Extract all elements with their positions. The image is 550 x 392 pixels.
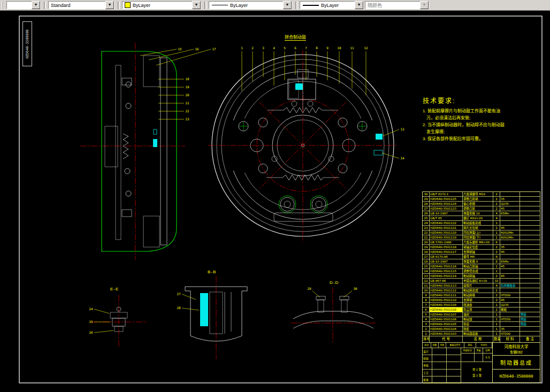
- text-style-combo[interactable]: Standard ▼: [48, 1, 114, 9]
- bom-cell-no: 17: [423, 255, 430, 259]
- bom-cell-no: 7: [423, 303, 430, 308]
- bom-cell-mat: 45: [500, 206, 520, 211]
- drawing-number-vertical-label: HZD640-3500000: [22, 21, 32, 66]
- bom-cell-name: 油封: [463, 312, 493, 317]
- bom-cell-qty: 2: [493, 274, 500, 279]
- title-block-right: 河南科技大学 车辆062 制动器总成 HZD640-3500000: [493, 343, 540, 382]
- chevron-down-icon[interactable]: ▼: [283, 1, 292, 9]
- section-label-dd: D-D: [330, 280, 339, 285]
- svg-text:4: 4: [273, 46, 275, 50]
- bom-row: 11HZD640-3501113摩擦片4石棉橡胶基: [423, 283, 540, 288]
- bom-cell-code: HZD640-3501121: [430, 226, 463, 230]
- bom-cell-remark: [520, 216, 540, 221]
- bom-cell-mat: [500, 255, 520, 259]
- toolbar-grip[interactable]: [2, 2, 5, 9]
- strip-cell: 标记: [423, 343, 431, 348]
- bom-cell-code: GB/T 6172.1: [430, 192, 463, 197]
- bom-cell-remark: [520, 206, 540, 211]
- bom-cell-name: 轮毂: [463, 322, 493, 327]
- bom-row: 12GB 867-86半圆头铆钉 8×1832: [423, 279, 540, 283]
- bom-cell-mat: [500, 312, 520, 317]
- bom-cell-qty: 1: [493, 312, 500, 317]
- bom-cell-name: 偏心垫圈: [463, 202, 493, 206]
- dim-style-combo[interactable]: ▼: [6, 1, 41, 9]
- stage-label: 阶段标记: [461, 348, 475, 353]
- bom-row: 28HZD640-3501124偏心垫圈2Q235: [423, 202, 540, 206]
- center-callouts: 1 2 3 4 5 6 7 8 9 10 11 12 13 14: [241, 46, 404, 160]
- linetype-control-combo[interactable]: ByLayer ▼: [209, 1, 292, 9]
- bom-cell-remark: [520, 240, 540, 245]
- brake-drum-front-view: [208, 50, 398, 242]
- chevron-down-icon[interactable]: ▼: [32, 1, 40, 9]
- bom-cell-name: 回位弹簧(上): [463, 230, 493, 235]
- bom-cell-code: HZD640-3501110: [430, 298, 463, 303]
- bom-cell-code: GB 5781-1986: [430, 240, 463, 245]
- bom-cell-qty: 2: [493, 206, 500, 211]
- sign-cell: [432, 362, 447, 369]
- bom-cell-qty: 4: [493, 216, 500, 221]
- bom-cell-mat: [500, 216, 520, 221]
- bom-row: 2HZD640-3501104隔套135: [423, 327, 540, 332]
- chevron-down-icon[interactable]: ▼: [192, 1, 201, 9]
- bom-cell-remark: 预装: [520, 317, 540, 322]
- sign-cell: [447, 355, 461, 362]
- bom-row: 25GB/T 65螺钉 M10×204: [423, 216, 540, 221]
- bom-cell-remark: [520, 303, 540, 308]
- bom-cell-remark: [520, 202, 540, 206]
- bom-row: 16GB 93-1987弹簧垫圈 8865Mn: [423, 259, 540, 264]
- bom-row: 20GB 5781-1986六角头螺栓 M8×208: [423, 240, 540, 245]
- bom-cell-name: 调整凸轮销: [463, 197, 493, 202]
- sign-label: 批准: [423, 376, 432, 383]
- chevron-down-icon: ▼: [420, 1, 429, 9]
- organization-name: 河南科技大学: [505, 343, 529, 349]
- bom-cell-code: HZD640-3501120: [430, 230, 463, 235]
- bom-cell-mat: 45: [500, 264, 520, 269]
- bom-cell-mat: Q235: [500, 303, 520, 308]
- bom-cell-code: HZD640-3501109: [430, 303, 463, 308]
- lineweight-control-combo[interactable]: ByLayer ▼: [300, 1, 364, 9]
- svg-text:28: 28: [177, 306, 181, 310]
- svg-text:19: 19: [185, 85, 189, 89]
- bom-cell-remark: [520, 332, 540, 336]
- bom-cell-mat: 45: [500, 274, 520, 279]
- bom-cell-code: HZD640-3501125: [430, 197, 463, 202]
- left-view-callouts: 18 19 20 21 22 23 15 16 17: [140, 47, 216, 121]
- sign-cell: [432, 376, 447, 383]
- bom-cell-qty: 2: [493, 250, 500, 255]
- svg-text:9: 9: [326, 46, 329, 50]
- bom-cell-mat: [500, 269, 520, 274]
- bom-row: 21HZD640-3501119回位弹簧(下)160Si2Mn: [423, 235, 540, 240]
- bom-cell-qty: 1: [493, 230, 500, 235]
- bom-cell-code: HZD640-3501124: [430, 202, 463, 206]
- bom-cell-name: 回位弹簧(下): [463, 235, 493, 240]
- bom-cell-qty: 4: [493, 211, 500, 216]
- bom-row: 15HZD640-3501116制动凸轮轴145: [423, 264, 540, 269]
- bom-cell-remark: [520, 293, 540, 298]
- bom-cell-no: 1: [423, 332, 430, 336]
- bom-cell-no: 21: [423, 235, 430, 240]
- bom-cell-remark: [520, 250, 540, 255]
- bom-cell-code: HZD640-3501116: [430, 264, 463, 269]
- bom-cell-remark: [520, 327, 540, 332]
- drawing-number: HZD640-3500000: [493, 370, 540, 382]
- svg-text:20: 20: [185, 93, 189, 97]
- bom-cell-qty: 1: [493, 322, 500, 327]
- color-control-combo[interactable]: ByLayer ▼: [122, 1, 201, 9]
- chevron-down-icon[interactable]: ▼: [105, 1, 114, 9]
- bom-cell-remark: 预装: [520, 322, 540, 327]
- bom-cell-code: GB 867-86: [430, 279, 463, 283]
- bom-cell-name: 六角薄螺母 M10: [463, 192, 493, 197]
- object-properties-toolbar: ▼ Standard ▼ ByLayer ▼ ByLayer ▼ ByLayer…: [0, 0, 550, 11]
- chevron-down-icon[interactable]: ▼: [355, 1, 363, 9]
- bom-cell-qty: 2: [493, 293, 500, 298]
- sign-label: 校核: [423, 355, 432, 362]
- bom-row: 22HZD640-3501120回位弹簧(上)160Si2Mn: [423, 230, 540, 235]
- svg-text:13: 13: [400, 127, 404, 131]
- bom-cell-qty: 8: [493, 259, 500, 264]
- svg-text:3: 3: [262, 46, 264, 50]
- bom-cell-mat: 65Mn: [500, 259, 520, 264]
- bom-cell-mat: 石棉橡胶基: [500, 283, 520, 288]
- bom-cell-code: HZD640-3501123: [430, 206, 463, 211]
- svg-text:14: 14: [400, 156, 404, 160]
- bom-row: 18HZD640-3501117支撑销轴245: [423, 250, 540, 255]
